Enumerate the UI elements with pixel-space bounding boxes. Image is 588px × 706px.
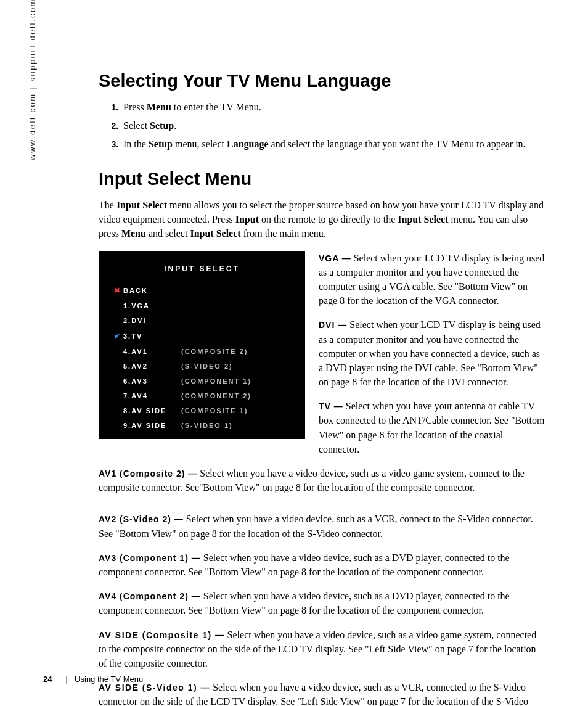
osd-label: 2.DVI	[123, 317, 181, 324]
term-label: VGA —	[319, 253, 351, 263]
osd-sublabel: (COMPONENT 1)	[181, 377, 251, 385]
page-number: 24	[43, 675, 52, 684]
osd-item: ✖BACK	[112, 286, 292, 295]
osd-sublabel: (COMPOSITE 1)	[181, 407, 248, 414]
close-icon: ✖	[112, 286, 123, 295]
osd-label: BACK	[123, 287, 181, 294]
term-text: Select when your LCD TV display is being…	[319, 319, 541, 387]
osd-sublabel: (S-VIDEO 1)	[181, 422, 233, 429]
osd-label: 3.TV	[123, 332, 181, 340]
osd-menu: INPUT SELECT ✖BACK1.VGA2.DVI✔3.TV4.AV1(C…	[99, 251, 305, 439]
input-desc: AV1 (Composite 2) — Select when you have…	[99, 466, 545, 495]
osd-item: 8.AV SIDE(COMPOSITE 1)	[112, 407, 292, 414]
term-label: AV1 (Composite 2) —	[99, 469, 197, 478]
osd-label: 1.VGA	[123, 302, 181, 310]
term-text: Select when you have your antenna or cab…	[319, 401, 544, 454]
page-footer: 24 | Using the TV Menu	[43, 675, 143, 684]
side-url: www.dell.com | support.dell.com	[28, 0, 37, 160]
osd-item: 1.VGA	[112, 302, 292, 310]
check-icon: ✔	[112, 332, 123, 340]
input-desc: AV3 (Component 1) — Select when you have…	[99, 551, 545, 579]
osd-item: 4.AV1(COMPOSITE 2)	[112, 348, 292, 355]
steps-list: Press Menu to enter the TV Menu. Select …	[99, 100, 545, 152]
osd-label: 6.AV3	[123, 377, 181, 385]
step-1: Press Menu to enter the TV Menu.	[121, 100, 545, 115]
input-desc: AV4 (Component 2) — Select when you have…	[99, 589, 545, 617]
term-label: DVI —	[319, 320, 347, 330]
term-label: AV3 (Component 1) —	[99, 553, 201, 563]
term-label: AV2 (S-Video 2) —	[99, 514, 184, 524]
osd-item: 2.DVI	[112, 317, 292, 324]
osd-item: ✔3.TV	[112, 332, 292, 340]
term-text: Select when your LCD TV display is being…	[319, 253, 544, 306]
heading-input-select: Input Select Menu	[99, 169, 545, 189]
osd-title: INPUT SELECT	[116, 265, 288, 277]
manual-page: www.dell.com | support.dell.com Selectin…	[0, 0, 588, 706]
footer-divider: |	[65, 675, 67, 684]
step-3: In the Setup menu, select Language and s…	[121, 137, 545, 152]
osd-sublabel: (COMPONENT 2)	[181, 392, 251, 400]
osd-sublabel: (S-VIDEO 2)	[181, 363, 233, 370]
osd-label: 8.AV SIDE	[123, 407, 181, 414]
step-2: Select Setup.	[121, 118, 545, 133]
term-label: AV SIDE (S-Video 1) —	[99, 683, 210, 692]
term-label: AV SIDE (Composite 1) —	[99, 630, 225, 640]
wrap-section: INPUT SELECT ✖BACK1.VGA2.DVI✔3.TV4.AV1(C…	[99, 251, 545, 503]
osd-label: 9.AV SIDE	[123, 422, 181, 429]
footer-title: Using the TV Menu	[75, 675, 143, 684]
term-label: AV4 (Component 2) —	[99, 591, 201, 601]
osd-item: 9.AV SIDE(S-VIDEO 1)	[112, 422, 292, 429]
osd-label: 4.AV1	[123, 348, 181, 355]
osd-label: 7.AV4	[123, 392, 181, 400]
heading-language: Selecting Your TV Menu Language	[99, 71, 545, 91]
term-label: TV —	[319, 401, 343, 411]
osd-item: 7.AV4(COMPONENT 2)	[112, 392, 292, 400]
input-desc: AV SIDE (Composite 1) — Select when you …	[99, 628, 545, 671]
osd-item: 6.AV3(COMPONENT 1)	[112, 377, 292, 385]
input-intro: The Input Select menu allows you to sele…	[99, 198, 545, 241]
input-desc: AV2 (S-Video 2) — Select when you have a…	[99, 512, 545, 540]
input-desc: AV SIDE (S-Video 1) — Select when you ha…	[99, 680, 545, 706]
osd-sublabel: (COMPOSITE 2)	[181, 348, 248, 355]
osd-item: 5.AV2(S-VIDEO 2)	[112, 363, 292, 370]
osd-label: 5.AV2	[123, 363, 181, 370]
